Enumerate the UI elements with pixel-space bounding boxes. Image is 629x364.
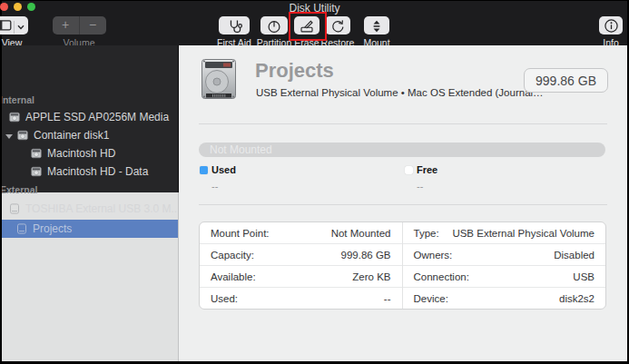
info-button[interactable] [599, 16, 623, 34]
detail-value: Not Mounted [331, 228, 391, 239]
details-right-column: Type:USB External Physical Volume Owners… [403, 222, 606, 309]
details-left-column: Mount Point:Not Mounted Capacity:999.86 … [200, 222, 403, 309]
detail-label: Mount Point: [211, 228, 270, 239]
table-row: Mount Point:Not Mounted [200, 222, 402, 244]
detail-label: Used: [211, 293, 238, 304]
volume-title: Projects [255, 59, 334, 83]
table-row: Available:Zero KB [200, 266, 402, 288]
detail-value: Zero KB [352, 271, 390, 282]
internal-disk-icon [9, 112, 20, 123]
legend-used-value: -- [211, 181, 236, 192]
legend-used-label: Used [211, 164, 236, 175]
chevron-down-icon [14, 21, 28, 34]
table-row: Type:USB External Physical Volume [403, 222, 606, 244]
table-row: Used:-- [200, 288, 402, 309]
mount-icon [369, 19, 384, 34]
remove-volume-button[interactable]: − [80, 16, 106, 34]
detail-value: -- [384, 293, 391, 304]
sidebar-item-macintosh-hd[interactable]: Macintosh HD [2, 145, 178, 162]
partition-icon [267, 19, 281, 34]
info-toolbar-group: Info [585, 16, 629, 48]
detail-label: Device: [414, 293, 448, 304]
detail-value: Disabled [554, 250, 595, 261]
detail-label: Connection: [414, 271, 469, 282]
mount-button[interactable] [364, 16, 389, 34]
main-panel: Projects USB External Physical Volume • … [179, 45, 627, 361]
sidebar-item-projects[interactable]: Projects [2, 220, 178, 238]
legend-used: Used -- [200, 164, 236, 192]
legend-free: Free -- [405, 164, 437, 192]
sidebar-item-label: APPLE SSD AP0256M Media [25, 111, 169, 123]
sidebar-item-label: Macintosh HD - Data [47, 165, 148, 178]
sidebar-section-header-external: External [2, 184, 174, 195]
legend-free-value: -- [417, 181, 437, 192]
detail-label: Available: [211, 271, 256, 282]
sidebar-section-header-internal: Internal [2, 94, 174, 105]
add-volume-button[interactable]: + [53, 16, 80, 34]
sidebar-item-toshiba-external[interactable]: TOSHIBA External USB 3.0 M... [2, 200, 178, 218]
table-row: Owners:Disabled [403, 244, 606, 266]
detail-label: Owners: [414, 250, 453, 261]
window-title: Disk Utility [2, 2, 627, 15]
sidebar-item-label: Projects [33, 222, 72, 235]
table-row: Device:disk2s2 [403, 288, 606, 309]
view-toolbar-group: View [0, 16, 30, 48]
table-row: Connection:USB [403, 266, 606, 288]
view-button[interactable] [0, 16, 28, 34]
restore-icon [330, 19, 345, 34]
detail-value: 999.86 GB [341, 250, 391, 261]
external-disk-icon [16, 223, 27, 234]
restore-button[interactable] [325, 16, 350, 34]
disclosure-triangle-icon[interactable] [5, 134, 13, 139]
volume-toolbar-group: + − Volume [51, 16, 107, 48]
sidebar-item-label: Container disk1 [34, 129, 109, 142]
detail-label: Type: [414, 228, 439, 239]
separator [199, 204, 607, 205]
sidebar-pane-icon [0, 20, 12, 31]
details-table: Mount Point:Not Mounted Capacity:999.86 … [199, 221, 606, 310]
table-row: Capacity:999.86 GB [200, 244, 402, 266]
size-badge: 999.86 GB [524, 68, 608, 93]
window-chrome: Disk Utility View + − Volume [2, 1, 627, 45]
mount-status-bar: Not Mounted [199, 143, 605, 157]
sidebar-item-label: Macintosh HD [47, 147, 115, 160]
detail-label: Capacity: [211, 250, 254, 261]
detail-value: USB External Physical Volume [452, 228, 595, 239]
separator [199, 123, 607, 124]
sidebar-item-apple-ssd[interactable]: APPLE SSD AP0256M Media [2, 109, 178, 125]
internal-disk-icon [31, 148, 42, 159]
volume-subtitle: USB External Physical Volume • Mac OS Ex… [256, 87, 544, 98]
detail-value: USB [573, 271, 595, 282]
free-swatch [405, 166, 413, 174]
detail-value: disk2s2 [559, 293, 595, 304]
sidebar-item-container-disk1[interactable]: Container disk1 [2, 127, 178, 143]
hard-disk-icon [199, 57, 239, 101]
legend-free-label: Free [417, 164, 437, 175]
used-swatch [200, 166, 208, 174]
internal-disk-icon [31, 166, 42, 177]
first-aid-icon [227, 18, 242, 34]
sidebar-item-label: TOSHIBA External USB 3.0 M... [25, 202, 178, 215]
mount-toolbar-group: Mount [351, 16, 402, 48]
sidebar: Internal APPLE SSD AP0256M Media Contain… [2, 45, 178, 361]
external-disk-icon [9, 203, 20, 214]
info-icon [604, 18, 619, 34]
disk-utility-window: Disk Utility View + − Volume [0, 0, 629, 364]
sidebar-item-macintosh-hd-data[interactable]: Macintosh HD - Data [2, 163, 178, 180]
first-aid-button[interactable] [219, 16, 250, 34]
internal-disk-icon [17, 130, 28, 141]
